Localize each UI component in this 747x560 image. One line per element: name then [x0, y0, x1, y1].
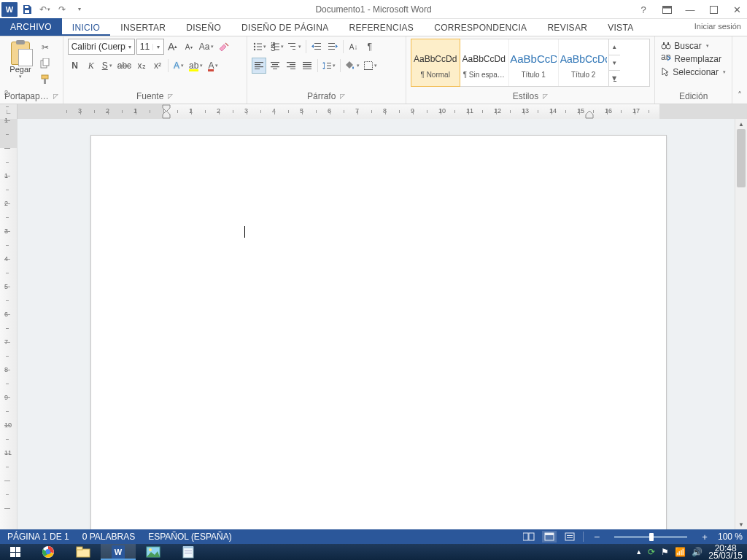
sign-in-link[interactable]: Iniciar sesión — [694, 22, 741, 31]
word-app-icon[interactable]: W — [1, 2, 18, 17]
task-explorer[interactable] — [66, 544, 101, 560]
collapse-ribbon-icon[interactable]: ˄ — [732, 36, 747, 104]
tray-clock[interactable]: 20:4825/03/15 — [708, 545, 743, 559]
font-family-combo[interactable]: Calibri (Cuerpo)▾ — [68, 39, 135, 55]
replace-button[interactable]: ab Reemplazar — [659, 53, 727, 65]
align-left-icon[interactable] — [252, 58, 266, 74]
dialog-launcher-parrafo[interactable]: ◸ — [340, 93, 345, 100]
tray-network-icon[interactable]: 📶 — [675, 547, 686, 557]
format-painter-icon[interactable] — [38, 72, 53, 87]
show-marks-icon[interactable]: ¶ — [363, 39, 377, 55]
tab-inicio[interactable]: INICIO — [62, 20, 110, 36]
superscript-button[interactable]: x² — [150, 58, 165, 74]
tab-vista[interactable]: VISTA — [597, 20, 643, 36]
style-sin-espaciado[interactable]: AaBbCcDd ¶ Sin espa… — [460, 39, 509, 86]
line-spacing-icon[interactable] — [321, 58, 337, 74]
borders-icon[interactable] — [363, 58, 379, 74]
tab-correspondencia[interactable]: CORRESPONDENCIA — [424, 20, 537, 36]
view-print-icon[interactable] — [542, 531, 557, 542]
font-color-icon[interactable]: A — [206, 58, 220, 74]
status-page[interactable]: PÁGINA 1 DE 1 — [7, 532, 69, 542]
tab-archivo[interactable]: ARCHIVO — [0, 18, 62, 36]
document-canvas[interactable] — [18, 119, 735, 529]
page[interactable] — [90, 135, 667, 529]
styles-scroll-down[interactable]: ▼ — [609, 55, 620, 71]
tray-volume-icon[interactable]: 🔊 — [692, 547, 703, 557]
zoom-in-icon[interactable]: + — [697, 531, 712, 542]
tab-diseno[interactable]: DISEÑO — [176, 20, 231, 36]
ribbon-display-icon[interactable] — [658, 2, 676, 17]
scroll-up-icon[interactable]: ▲ — [735, 119, 747, 129]
zoom-slider[interactable] — [614, 536, 687, 538]
text-effects-icon[interactable]: A — [171, 58, 186, 74]
scroll-thumb[interactable] — [737, 129, 746, 187]
subscript-button[interactable]: x₂ — [134, 58, 149, 74]
ruler-horizontal[interactable]: ∟ 3211234567891011121314151617 — [0, 104, 747, 119]
task-word[interactable]: W — [101, 544, 136, 560]
redo-icon[interactable]: ↷ — [54, 1, 70, 18]
change-case-icon[interactable]: Aa — [198, 39, 216, 55]
copy-icon[interactable] — [38, 56, 53, 71]
underline-button[interactable]: S — [100, 58, 115, 74]
highlight-icon[interactable]: ab — [187, 58, 204, 74]
paste-button[interactable]: Pegar ▾ — [4, 39, 36, 87]
cut-icon[interactable]: ✂ — [38, 40, 53, 55]
ruler-vertical[interactable]: 211234567891011 — [0, 119, 18, 529]
align-right-icon[interactable] — [284, 58, 298, 74]
tab-referencias[interactable]: REFERENCIAS — [339, 20, 425, 36]
justify-icon[interactable] — [300, 58, 314, 74]
tab-revisar[interactable]: REVISAR — [537, 20, 597, 36]
vertical-scrollbar[interactable]: ▲ ▼ — [735, 119, 747, 529]
decrease-indent-icon[interactable] — [309, 39, 324, 55]
undo-icon[interactable]: ↶▾ — [36, 1, 53, 18]
sort-icon[interactable]: A↓ — [347, 39, 361, 55]
view-web-icon[interactable] — [562, 531, 577, 542]
find-button[interactable]: Buscar▾ — [659, 40, 727, 52]
view-read-icon[interactable] — [522, 531, 536, 542]
grow-font-icon[interactable]: A▴ — [166, 39, 180, 55]
help-icon[interactable]: ? — [635, 2, 652, 17]
clear-formatting-icon[interactable] — [217, 39, 231, 55]
style-normal[interactable]: AaBbCcDd ¶ Normal — [411, 39, 460, 87]
dialog-launcher-clipboard[interactable]: ◸ — [53, 93, 58, 100]
bullets-icon[interactable] — [252, 39, 268, 55]
shading-icon[interactable] — [344, 58, 361, 74]
multilevel-list-icon[interactable] — [287, 39, 303, 55]
tray-show-hidden-icon[interactable]: ▲ — [635, 548, 642, 556]
dialog-launcher-estilos[interactable]: ◸ — [543, 93, 548, 100]
status-words[interactable]: 0 PALABRAS — [82, 532, 135, 542]
qat-customize-icon[interactable]: ▾ — [71, 1, 88, 18]
styles-expand[interactable]: ▼̲ — [609, 71, 620, 86]
tray-sync-icon[interactable]: ⟳ — [648, 547, 655, 557]
align-center-icon[interactable] — [268, 58, 282, 74]
bold-button[interactable]: N — [68, 58, 82, 74]
save-icon[interactable] — [19, 1, 35, 18]
dialog-launcher-fuente[interactable]: ◸ — [168, 93, 173, 100]
strikethrough-button[interactable]: abc — [116, 58, 133, 74]
maximize-icon[interactable] — [705, 2, 722, 17]
style-titulo-1[interactable]: AaBbCcDd Título 1 — [509, 39, 559, 86]
start-button[interactable] — [0, 544, 31, 560]
task-chrome[interactable] — [31, 544, 66, 560]
task-notepad[interactable] — [171, 544, 206, 560]
status-language[interactable]: ESPAÑOL (ESPAÑA) — [148, 532, 231, 542]
tab-insertar[interactable]: INSERTAR — [110, 20, 176, 36]
minimize-icon[interactable]: — — [681, 2, 699, 17]
tab-diseno-pagina[interactable]: DISEÑO DE PÁGINA — [231, 20, 339, 36]
select-button[interactable]: Seleccionar▾ — [659, 66, 727, 78]
font-size-combo[interactable]: 11▾ — [136, 39, 164, 55]
shrink-font-icon[interactable]: A▾ — [182, 39, 196, 55]
close-icon[interactable]: ✕ — [728, 2, 746, 17]
zoom-out-icon[interactable]: − — [589, 531, 604, 542]
styles-scroll-up[interactable]: ▲ — [609, 39, 620, 55]
indent-marker-right[interactable] — [585, 110, 594, 119]
zoom-level[interactable]: 100 % — [718, 532, 743, 542]
italic-button[interactable]: K — [84, 58, 98, 74]
numbering-icon[interactable]: 123 — [269, 39, 285, 55]
increase-indent-icon[interactable] — [325, 39, 340, 55]
scroll-down-icon[interactable]: ▼ — [735, 519, 747, 529]
task-photos[interactable] — [136, 544, 171, 560]
tray-flag-icon[interactable]: ⚑ — [661, 547, 669, 557]
style-titulo-2[interactable]: AaBbCcDd Título 2 — [559, 39, 608, 86]
indent-marker-left[interactable] — [162, 110, 171, 119]
